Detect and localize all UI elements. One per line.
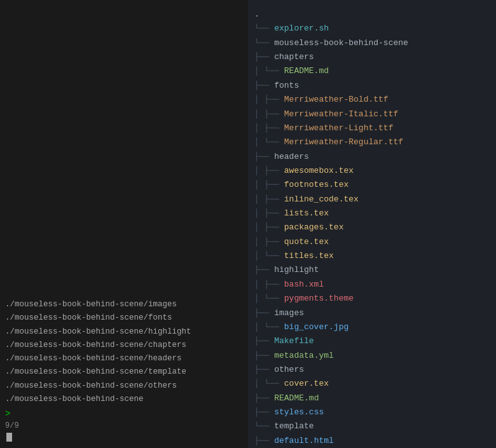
tree-connector: │ ├── (254, 123, 284, 133)
tree-label: highlight (274, 265, 319, 275)
right-pane: .└── explorer.sh└── mouseless-book-behin… (248, 0, 496, 448)
path-list: ./mouseless-book-behind-scene/images./mo… (5, 6, 243, 406)
tree-container: .└── explorer.sh└── mouseless-book-behin… (254, 8, 490, 448)
tree-connector: ├── (254, 407, 274, 417)
tree-label: . (254, 10, 259, 19)
tree-label: Merriweather-Light.ttf (284, 123, 394, 133)
tree-connector: │ ├── (254, 166, 284, 175)
tree-connector: │ └── (254, 322, 284, 332)
cursor-line (5, 433, 243, 442)
tree-label: headers (274, 152, 309, 161)
status-text: 9/9 (5, 421, 19, 430)
tree-item: │ ├── quote.tex (254, 235, 490, 249)
tree-connector: │ └── (254, 137, 284, 147)
tree-label: lists.tex (284, 208, 329, 218)
tree-connector: ├── (254, 336, 274, 346)
tree-item: │ ├── Merriweather-Bold.ttf (254, 93, 490, 107)
tree-item: ├── highlight (254, 263, 490, 277)
tree-label: Makefile (274, 336, 313, 346)
tree-label: README.md (284, 66, 329, 76)
tree-item: ├── fonts (254, 79, 490, 93)
tree-item: ├── README.md (254, 391, 490, 405)
tree-connector: ├── (254, 351, 274, 360)
tree-connector: │ └── (254, 379, 284, 388)
tree-label: Merriweather-Regular.ttf (284, 137, 403, 147)
tree-connector: │ ├── (254, 194, 284, 204)
tree-item: ├── metadata.yml (254, 349, 490, 363)
tree-label: Merriweather-Italic.ttf (284, 109, 398, 119)
tree-label: packages.tex (284, 222, 344, 232)
tree-label: README.md (274, 393, 319, 403)
tree-connector: │ ├── (254, 237, 284, 247)
tree-connector: │ └── (254, 66, 284, 76)
tree-item: │ ├── lists.tex (254, 207, 490, 221)
prompt-line: > (5, 409, 243, 419)
tree-label: titles.tex (284, 251, 334, 261)
tree-item: . (254, 8, 490, 22)
tree-item: │ ├── inline_code.tex (254, 193, 490, 207)
path-line: ./mouseless-book-behind-scene/chapters (5, 339, 243, 352)
tree-item: │ ├── Merriweather-Light.ttf (254, 121, 490, 135)
tree-connector: │ ├── (254, 208, 284, 218)
path-line: ./mouseless-book-behind-scene/others (5, 379, 243, 393)
tree-item: └── mouseless-book-behind-scene (254, 36, 490, 50)
tree-label: quote.tex (284, 237, 329, 247)
tree-label: images (274, 308, 304, 318)
tree-item: ├── others (254, 363, 490, 377)
tree-connector: │ ├── (254, 180, 284, 189)
tree-item: │ └── Merriweather-Regular.ttf (254, 135, 490, 149)
tree-connector: └── (254, 421, 274, 431)
tree-label: bash.xml (284, 280, 324, 289)
tree-item: │ ├── Merriweather-Italic.ttf (254, 107, 490, 121)
tree-label: awesomebox.tex (284, 166, 354, 175)
tree-item: └── explorer.sh (254, 22, 490, 36)
tree-item: │ └── cover.tex (254, 377, 490, 391)
path-line: ./mouseless-book-behind-scene/images (5, 298, 243, 311)
tree-label: chapters (274, 52, 313, 62)
prompt-arrow: > (5, 409, 10, 419)
tree-connector: ├── (254, 152, 274, 161)
tree-label: cover.tex (284, 379, 329, 388)
tree-item: ├── Makefile (254, 334, 490, 348)
path-line: ./mouseless-book-behind-scene/fonts (5, 311, 243, 325)
tree-connector: │ ├── (254, 109, 284, 119)
tree-label: template (274, 421, 313, 431)
tree-item: │ └── titles.tex (254, 249, 490, 263)
tree-connector: ├── (254, 265, 274, 275)
tree-item: │ └── pygments.theme (254, 292, 490, 306)
tree-item: │ ├── packages.tex (254, 221, 490, 234)
tree-connector: │ ├── (254, 95, 284, 104)
tree-label: pygments.theme (284, 294, 354, 303)
tree-label: mouseless-book-behind-scene (274, 38, 408, 48)
tree-connector: └── (254, 24, 274, 33)
tree-item: │ ├── awesomebox.tex (254, 164, 490, 178)
tree-connector: ├── (254, 52, 274, 62)
tree-item: └── template (254, 419, 490, 433)
tree-item: ├── images (254, 306, 490, 320)
tree-label: metadata.yml (274, 351, 334, 360)
tree-connector: │ ├── (254, 280, 284, 289)
tree-label: inline_code.tex (284, 194, 359, 204)
tree-item: │ └── big_cover.jpg (254, 320, 490, 334)
tree-label: fonts (274, 81, 299, 90)
tree-connector: ├── (254, 393, 274, 403)
tree-item: ├── styles.css (254, 405, 490, 419)
tree-item: │ ├── bash.xml (254, 278, 490, 292)
path-line: ./mouseless-book-behind-scene (5, 393, 243, 406)
tree-label: styles.css (274, 407, 324, 417)
cursor (6, 433, 12, 442)
tree-connector: │ └── (254, 251, 284, 261)
tree-connector: │ └── (254, 294, 284, 303)
tree-connector: ├── (254, 81, 274, 90)
path-line: ./mouseless-book-behind-scene/highlight (5, 325, 243, 339)
tree-item: │ ├── footnotes.tex (254, 178, 490, 192)
tree-label: big_cover.jpg (284, 322, 348, 332)
tree-item: ├── chapters (254, 50, 490, 64)
path-line: ./mouseless-book-behind-scene/template (5, 365, 243, 379)
tree-connector: │ ├── (254, 222, 284, 232)
tree-connector: ├── (254, 436, 274, 445)
tree-item: │ └── README.md (254, 64, 490, 78)
left-pane: ./mouseless-book-behind-scene/images./mo… (0, 0, 248, 448)
tree-label: Merriweather-Bold.ttf (284, 95, 389, 104)
tree-connector: └── (254, 38, 274, 48)
